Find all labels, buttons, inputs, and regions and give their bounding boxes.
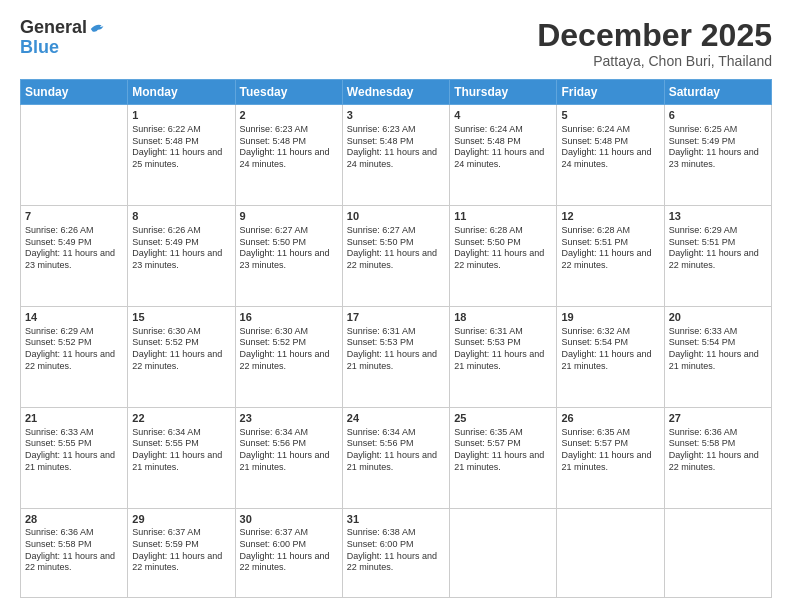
- day-number: 22: [132, 411, 230, 426]
- cell-details: Sunrise: 6:37 AMSunset: 6:00 PMDaylight:…: [240, 527, 338, 574]
- day-number: 3: [347, 108, 445, 123]
- cell-details: Sunrise: 6:24 AMSunset: 5:48 PMDaylight:…: [561, 124, 659, 171]
- calendar-cell: 1Sunrise: 6:22 AMSunset: 5:48 PMDaylight…: [128, 105, 235, 206]
- cell-details: Sunrise: 6:22 AMSunset: 5:48 PMDaylight:…: [132, 124, 230, 171]
- calendar-cell: 7Sunrise: 6:26 AMSunset: 5:49 PMDaylight…: [21, 206, 128, 307]
- calendar-cell: 30Sunrise: 6:37 AMSunset: 6:00 PMDayligh…: [235, 508, 342, 597]
- cell-details: Sunrise: 6:28 AMSunset: 5:50 PMDaylight:…: [454, 225, 552, 272]
- day-number: 15: [132, 310, 230, 325]
- cell-details: Sunrise: 6:25 AMSunset: 5:49 PMDaylight:…: [669, 124, 767, 171]
- cell-details: Sunrise: 6:23 AMSunset: 5:48 PMDaylight:…: [347, 124, 445, 171]
- day-number: 14: [25, 310, 123, 325]
- day-number: 20: [669, 310, 767, 325]
- day-number: 13: [669, 209, 767, 224]
- day-number: 12: [561, 209, 659, 224]
- day-number: 23: [240, 411, 338, 426]
- calendar-cell: [557, 508, 664, 597]
- calendar-cell: 20Sunrise: 6:33 AMSunset: 5:54 PMDayligh…: [664, 306, 771, 407]
- day-number: 8: [132, 209, 230, 224]
- title-block: December 2025 Pattaya, Chon Buri, Thaila…: [537, 18, 772, 69]
- day-number: 27: [669, 411, 767, 426]
- calendar-cell: 12Sunrise: 6:28 AMSunset: 5:51 PMDayligh…: [557, 206, 664, 307]
- cell-details: Sunrise: 6:26 AMSunset: 5:49 PMDaylight:…: [132, 225, 230, 272]
- cell-details: Sunrise: 6:29 AMSunset: 5:52 PMDaylight:…: [25, 326, 123, 373]
- cell-details: Sunrise: 6:23 AMSunset: 5:48 PMDaylight:…: [240, 124, 338, 171]
- day-number: 1: [132, 108, 230, 123]
- week-row-5: 28Sunrise: 6:36 AMSunset: 5:58 PMDayligh…: [21, 508, 772, 597]
- calendar-cell: 2Sunrise: 6:23 AMSunset: 5:48 PMDaylight…: [235, 105, 342, 206]
- cell-details: Sunrise: 6:27 AMSunset: 5:50 PMDaylight:…: [240, 225, 338, 272]
- day-number: 24: [347, 411, 445, 426]
- cell-details: Sunrise: 6:33 AMSunset: 5:55 PMDaylight:…: [25, 427, 123, 474]
- calendar-cell: [664, 508, 771, 597]
- week-row-3: 14Sunrise: 6:29 AMSunset: 5:52 PMDayligh…: [21, 306, 772, 407]
- calendar-cell: 14Sunrise: 6:29 AMSunset: 5:52 PMDayligh…: [21, 306, 128, 407]
- day-header-friday: Friday: [557, 80, 664, 105]
- calendar-cell: 28Sunrise: 6:36 AMSunset: 5:58 PMDayligh…: [21, 508, 128, 597]
- cell-details: Sunrise: 6:27 AMSunset: 5:50 PMDaylight:…: [347, 225, 445, 272]
- day-header-monday: Monday: [128, 80, 235, 105]
- day-number: 6: [669, 108, 767, 123]
- calendar-cell: [450, 508, 557, 597]
- calendar-cell: 4Sunrise: 6:24 AMSunset: 5:48 PMDaylight…: [450, 105, 557, 206]
- cell-details: Sunrise: 6:31 AMSunset: 5:53 PMDaylight:…: [454, 326, 552, 373]
- cell-details: Sunrise: 6:30 AMSunset: 5:52 PMDaylight:…: [132, 326, 230, 373]
- day-number: 2: [240, 108, 338, 123]
- cell-details: Sunrise: 6:26 AMSunset: 5:49 PMDaylight:…: [25, 225, 123, 272]
- day-number: 7: [25, 209, 123, 224]
- logo-bird-icon: [89, 21, 107, 35]
- day-number: 25: [454, 411, 552, 426]
- day-number: 26: [561, 411, 659, 426]
- cell-details: Sunrise: 6:33 AMSunset: 5:54 PMDaylight:…: [669, 326, 767, 373]
- calendar-cell: 25Sunrise: 6:35 AMSunset: 5:57 PMDayligh…: [450, 407, 557, 508]
- day-header-saturday: Saturday: [664, 80, 771, 105]
- cell-details: Sunrise: 6:28 AMSunset: 5:51 PMDaylight:…: [561, 225, 659, 272]
- week-row-2: 7Sunrise: 6:26 AMSunset: 5:49 PMDaylight…: [21, 206, 772, 307]
- day-number: 21: [25, 411, 123, 426]
- calendar-cell: 13Sunrise: 6:29 AMSunset: 5:51 PMDayligh…: [664, 206, 771, 307]
- cell-details: Sunrise: 6:29 AMSunset: 5:51 PMDaylight:…: [669, 225, 767, 272]
- calendar-cell: 6Sunrise: 6:25 AMSunset: 5:49 PMDaylight…: [664, 105, 771, 206]
- cell-details: Sunrise: 6:38 AMSunset: 6:00 PMDaylight:…: [347, 527, 445, 574]
- calendar-cell: 16Sunrise: 6:30 AMSunset: 5:52 PMDayligh…: [235, 306, 342, 407]
- calendar-cell: 9Sunrise: 6:27 AMSunset: 5:50 PMDaylight…: [235, 206, 342, 307]
- cell-details: Sunrise: 6:34 AMSunset: 5:56 PMDaylight:…: [347, 427, 445, 474]
- logo-general: General: [20, 18, 87, 38]
- calendar-cell: 10Sunrise: 6:27 AMSunset: 5:50 PMDayligh…: [342, 206, 449, 307]
- calendar-cell: 15Sunrise: 6:30 AMSunset: 5:52 PMDayligh…: [128, 306, 235, 407]
- calendar-cell: 31Sunrise: 6:38 AMSunset: 6:00 PMDayligh…: [342, 508, 449, 597]
- day-number: 29: [132, 512, 230, 527]
- location: Pattaya, Chon Buri, Thailand: [537, 53, 772, 69]
- calendar-cell: 23Sunrise: 6:34 AMSunset: 5:56 PMDayligh…: [235, 407, 342, 508]
- calendar-cell: 3Sunrise: 6:23 AMSunset: 5:48 PMDaylight…: [342, 105, 449, 206]
- day-number: 31: [347, 512, 445, 527]
- calendar-cell: 21Sunrise: 6:33 AMSunset: 5:55 PMDayligh…: [21, 407, 128, 508]
- month-title: December 2025: [537, 18, 772, 53]
- cell-details: Sunrise: 6:36 AMSunset: 5:58 PMDaylight:…: [25, 527, 123, 574]
- day-header-sunday: Sunday: [21, 80, 128, 105]
- calendar-cell: 29Sunrise: 6:37 AMSunset: 5:59 PMDayligh…: [128, 508, 235, 597]
- day-number: 5: [561, 108, 659, 123]
- cell-details: Sunrise: 6:34 AMSunset: 5:56 PMDaylight:…: [240, 427, 338, 474]
- calendar-cell: [21, 105, 128, 206]
- logo: General Blue: [20, 18, 107, 58]
- calendar-cell: 8Sunrise: 6:26 AMSunset: 5:49 PMDaylight…: [128, 206, 235, 307]
- day-number: 9: [240, 209, 338, 224]
- logo-blue: Blue: [20, 38, 59, 58]
- day-number: 4: [454, 108, 552, 123]
- day-number: 11: [454, 209, 552, 224]
- calendar-cell: 18Sunrise: 6:31 AMSunset: 5:53 PMDayligh…: [450, 306, 557, 407]
- cell-details: Sunrise: 6:24 AMSunset: 5:48 PMDaylight:…: [454, 124, 552, 171]
- calendar-cell: 11Sunrise: 6:28 AMSunset: 5:50 PMDayligh…: [450, 206, 557, 307]
- day-number: 28: [25, 512, 123, 527]
- week-row-1: 1Sunrise: 6:22 AMSunset: 5:48 PMDaylight…: [21, 105, 772, 206]
- day-header-thursday: Thursday: [450, 80, 557, 105]
- day-header-wednesday: Wednesday: [342, 80, 449, 105]
- calendar-header-row: SundayMondayTuesdayWednesdayThursdayFrid…: [21, 80, 772, 105]
- cell-details: Sunrise: 6:34 AMSunset: 5:55 PMDaylight:…: [132, 427, 230, 474]
- page: General Blue December 2025 Pattaya, Chon…: [0, 0, 792, 612]
- cell-details: Sunrise: 6:37 AMSunset: 5:59 PMDaylight:…: [132, 527, 230, 574]
- cell-details: Sunrise: 6:35 AMSunset: 5:57 PMDaylight:…: [454, 427, 552, 474]
- day-number: 19: [561, 310, 659, 325]
- cell-details: Sunrise: 6:32 AMSunset: 5:54 PMDaylight:…: [561, 326, 659, 373]
